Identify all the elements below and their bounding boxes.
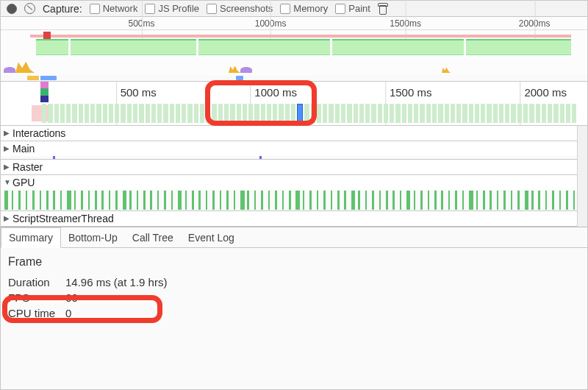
checkbox-jsprofile[interactable] — [145, 4, 155, 14]
frame[interactable] — [243, 104, 247, 123]
frame[interactable] — [359, 104, 364, 123]
record-icon[interactable] — [7, 4, 17, 14]
checkbox-screenshots[interactable] — [207, 4, 217, 14]
frame[interactable] — [432, 104, 437, 123]
section-interactions[interactable]: ▶Interactions — [1, 126, 587, 141]
frame[interactable] — [493, 104, 498, 123]
frame[interactable] — [237, 104, 241, 123]
frame[interactable] — [176, 104, 180, 123]
section-gpu[interactable]: ▼GPU — [1, 175, 587, 211]
frame[interactable] — [54, 104, 59, 123]
tab-event-log[interactable]: Event Log — [181, 228, 242, 247]
frame[interactable] — [341, 104, 345, 123]
frame[interactable] — [390, 104, 394, 123]
frame[interactable] — [133, 104, 137, 123]
frame[interactable] — [481, 104, 485, 123]
frame[interactable] — [115, 104, 119, 123]
frame-selected[interactable] — [297, 104, 303, 123]
frame[interactable] — [151, 104, 156, 123]
frame[interactable] — [420, 104, 424, 123]
frame[interactable] — [384, 104, 388, 123]
frame[interactable] — [206, 104, 210, 123]
overview-minimap[interactable]: 500ms 1000ms 1500ms 2000ms — [1, 17, 587, 82]
frame[interactable] — [163, 104, 168, 123]
tab-summary[interactable]: Summary — [1, 227, 61, 248]
frame[interactable] — [90, 104, 95, 123]
frame[interactable] — [72, 104, 76, 123]
frame[interactable] — [347, 104, 351, 123]
frame[interactable] — [499, 104, 503, 123]
frame[interactable] — [254, 104, 259, 123]
frame[interactable] — [60, 104, 65, 123]
frame[interactable] — [200, 104, 204, 123]
frame[interactable] — [414, 104, 418, 123]
frame[interactable] — [224, 104, 229, 123]
frame[interactable] — [279, 104, 283, 123]
frame[interactable] — [267, 104, 271, 123]
frame[interactable] — [395, 104, 400, 123]
checkbox-memory[interactable] — [280, 4, 290, 14]
frame[interactable] — [96, 104, 101, 123]
frame[interactable] — [523, 104, 528, 123]
frame[interactable] — [311, 104, 315, 123]
frame[interactable] — [560, 104, 564, 123]
frame[interactable] — [230, 104, 234, 123]
frame[interactable] — [462, 104, 467, 123]
frame[interactable] — [187, 104, 192, 123]
scrollbar[interactable] — [577, 126, 587, 227]
frame[interactable] — [85, 104, 89, 123]
frame[interactable] — [475, 104, 479, 123]
clear-icon[interactable] — [24, 3, 35, 14]
frame[interactable] — [553, 104, 558, 123]
frame[interactable] — [109, 104, 113, 123]
frame[interactable] — [438, 104, 442, 123]
frame[interactable] — [408, 104, 412, 123]
frame[interactable] — [487, 104, 491, 123]
frame[interactable] — [402, 104, 406, 123]
frame[interactable] — [329, 104, 333, 123]
frame[interactable] — [572, 104, 576, 123]
frame[interactable] — [517, 104, 522, 123]
frame[interactable] — [157, 104, 162, 123]
section-raster[interactable]: ▶Raster — [1, 160, 587, 175]
section-script-streamer[interactable]: ▶ScriptStreamerThread — [1, 211, 587, 227]
frame[interactable] — [291, 104, 295, 123]
tab-bottom-up[interactable]: Bottom-Up — [61, 228, 125, 247]
frame[interactable] — [354, 104, 358, 123]
frame[interactable] — [445, 104, 449, 123]
frame[interactable] — [194, 104, 198, 123]
frame[interactable] — [371, 104, 376, 123]
frame[interactable] — [304, 104, 309, 123]
tab-call-tree[interactable]: Call Tree — [125, 228, 181, 247]
frame[interactable] — [42, 104, 46, 123]
frame[interactable] — [426, 104, 431, 123]
frame[interactable] — [182, 104, 186, 123]
frame[interactable] — [212, 104, 216, 123]
frame[interactable] — [66, 104, 71, 123]
frame[interactable] — [323, 104, 327, 123]
frame[interactable] — [48, 104, 52, 123]
frame[interactable] — [103, 104, 107, 123]
checkbox-paint[interactable] — [335, 4, 345, 14]
frame[interactable] — [146, 104, 150, 123]
frame[interactable] — [121, 104, 125, 123]
main-timeline[interactable]: 500 ms 1000 ms 1500 ms 2000 ms — [1, 82, 587, 126]
frame[interactable] — [335, 104, 340, 123]
frame[interactable] — [566, 104, 570, 123]
frame[interactable] — [378, 104, 382, 123]
frame[interactable] — [261, 104, 265, 123]
frame[interactable] — [511, 104, 515, 123]
frame[interactable] — [456, 104, 461, 123]
frame[interactable] — [218, 104, 223, 123]
frame[interactable] — [317, 104, 321, 123]
frame[interactable] — [273, 104, 277, 123]
frame[interactable] — [127, 104, 132, 123]
frame[interactable] — [505, 104, 509, 123]
frame[interactable] — [79, 104, 83, 123]
frame[interactable] — [536, 104, 540, 123]
frame[interactable] — [542, 104, 546, 123]
section-main[interactable]: ▶Main — [1, 141, 587, 160]
frame[interactable] — [139, 104, 143, 123]
frame[interactable] — [451, 104, 455, 123]
frame[interactable] — [469, 104, 473, 123]
